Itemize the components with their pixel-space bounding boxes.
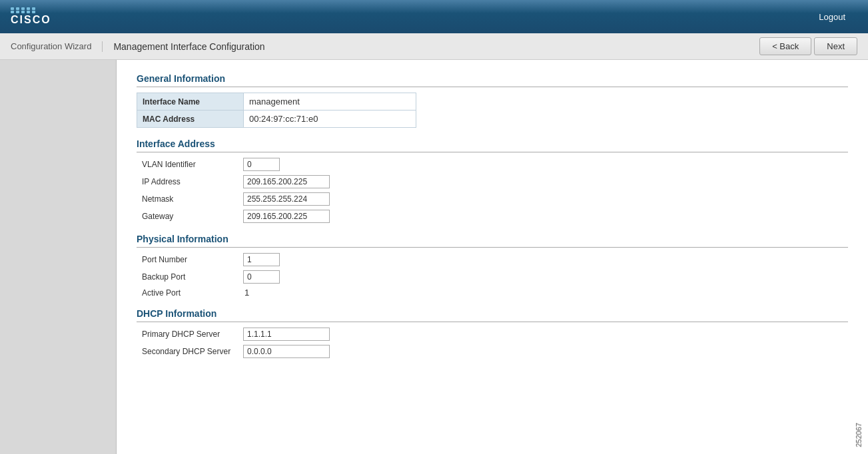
page-title: Management Interface Configuration	[102, 41, 264, 52]
mac-address-label: MAC Address	[137, 111, 244, 128]
table-row: Interface Name management	[137, 93, 416, 111]
cisco-dots-bottom	[11, 11, 51, 13]
ip-row: IP Address	[137, 175, 416, 188]
dot	[16, 11, 19, 13]
dot	[27, 11, 30, 13]
header: CISCO Logout	[0, 0, 868, 33]
netmask-row: Netmask	[137, 192, 416, 206]
sidebar	[0, 60, 117, 454]
gateway-input[interactable]	[243, 210, 330, 223]
active-port-label: Active Port	[137, 288, 243, 298]
dot	[32, 7, 35, 10]
dhcp-info-title: DHCP Information	[137, 308, 848, 319]
general-info-title: General Information	[137, 73, 848, 84]
dot	[16, 7, 19, 10]
physical-info-divider	[137, 247, 848, 248]
watermark: 252067	[855, 423, 863, 447]
ip-input[interactable]	[243, 175, 330, 188]
config-wizard-label: Configuration Wizard	[11, 41, 102, 51]
primary-dhcp-row: Primary DHCP Server	[137, 328, 416, 341]
dot	[21, 7, 25, 10]
nav-buttons: < Back Next	[759, 37, 857, 55]
interface-name-value: management	[244, 93, 416, 111]
primary-dhcp-label: Primary DHCP Server	[137, 330, 243, 339]
vlan-row: VLAN Identifier	[137, 158, 416, 171]
back-button[interactable]: < Back	[759, 37, 811, 55]
active-port-value: 1	[243, 288, 249, 298]
table-row: MAC Address 00:24:97:cc:71:e0	[137, 111, 416, 128]
active-port-row: Active Port 1	[137, 288, 416, 298]
content: General Information Interface Name manag…	[0, 60, 868, 454]
gateway-row: Gateway	[137, 210, 416, 223]
secondary-dhcp-row: Secondary DHCP Server	[137, 345, 416, 358]
interface-address-divider	[137, 152, 848, 152]
dot	[11, 11, 14, 13]
nav-left: Configuration Wizard Management Interfac…	[11, 41, 265, 52]
interface-address-title: Interface Address	[137, 138, 848, 149]
dot	[21, 11, 25, 13]
interface-name-label: Interface Name	[137, 93, 244, 111]
netmask-label: Netmask	[137, 194, 243, 204]
gateway-label: Gateway	[137, 212, 243, 221]
ip-label: IP Address	[137, 177, 243, 186]
backup-port-label: Backup Port	[137, 272, 243, 282]
secondary-dhcp-label: Secondary DHCP Server	[137, 347, 243, 356]
cisco-brand-text: CISCO	[11, 14, 51, 26]
primary-dhcp-input[interactable]	[243, 328, 330, 341]
netmask-input[interactable]	[243, 192, 330, 206]
dhcp-info-divider	[137, 322, 848, 322]
secondary-dhcp-input[interactable]	[243, 345, 330, 358]
vlan-input[interactable]	[243, 158, 280, 171]
mac-address-value: 00:24:97:cc:71:e0	[244, 111, 416, 128]
physical-info-form: Port Number Backup Port Active Port 1	[137, 253, 416, 298]
port-number-row: Port Number	[137, 253, 416, 266]
physical-info-title: Physical Information	[137, 234, 848, 244]
backup-port-row: Backup Port	[137, 270, 416, 284]
general-info-table: Interface Name management MAC Address 00…	[137, 93, 416, 128]
vlan-label: VLAN Identifier	[137, 160, 243, 169]
backup-port-input[interactable]	[243, 270, 280, 284]
port-number-input[interactable]	[243, 253, 280, 266]
port-number-label: Port Number	[137, 255, 243, 264]
navbar: Configuration Wizard Management Interfac…	[0, 33, 868, 60]
dot	[27, 7, 30, 10]
interface-address-form: VLAN Identifier IP Address Netmask Gatew…	[137, 158, 416, 223]
dot	[32, 11, 35, 13]
main-content: General Information Interface Name manag…	[117, 60, 868, 454]
next-button[interactable]: Next	[814, 37, 857, 55]
dhcp-info-form: Primary DHCP Server Secondary DHCP Serve…	[137, 328, 416, 358]
cisco-logo: CISCO	[11, 7, 51, 26]
logout-button[interactable]: Logout	[807, 9, 857, 25]
cisco-dots-top	[11, 7, 51, 10]
general-info-divider	[137, 87, 848, 87]
dot	[11, 7, 14, 10]
